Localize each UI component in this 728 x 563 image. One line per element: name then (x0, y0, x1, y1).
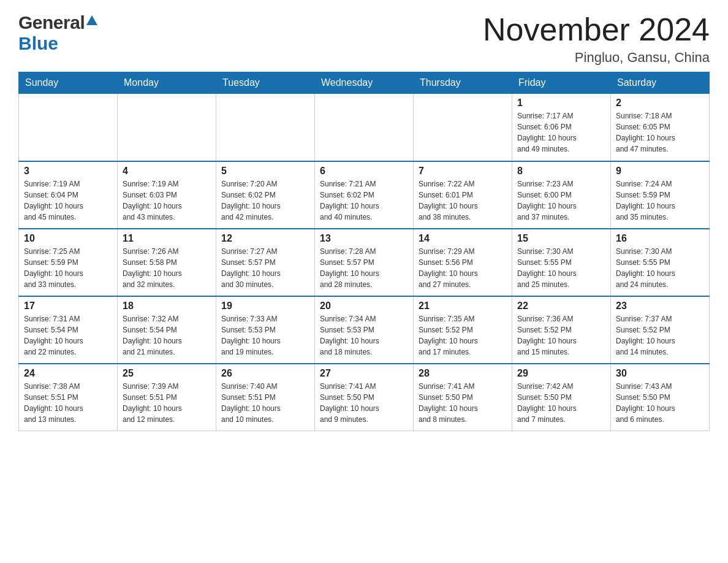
day-number: 26 (221, 368, 309, 379)
day-number: 22 (517, 301, 605, 312)
calendar-cell: 25Sunrise: 7:39 AMSunset: 5:51 PMDayligh… (118, 364, 216, 431)
calendar-cell: 30Sunrise: 7:43 AMSunset: 5:50 PMDayligh… (611, 364, 710, 431)
calendar-cell: 27Sunrise: 7:41 AMSunset: 5:50 PMDayligh… (315, 364, 414, 431)
day-info: Sunrise: 7:32 AMSunset: 5:54 PMDaylight:… (123, 313, 211, 358)
day-number: 14 (419, 233, 507, 244)
calendar-cell: 23Sunrise: 7:37 AMSunset: 5:52 PMDayligh… (611, 296, 710, 364)
day-info: Sunrise: 7:33 AMSunset: 5:53 PMDaylight:… (221, 313, 309, 358)
day-info: Sunrise: 7:20 AMSunset: 6:02 PMDaylight:… (221, 178, 309, 223)
logo-general-text: General (18, 12, 85, 33)
day-number: 3 (24, 166, 112, 177)
logo-blue-text: Blue (18, 33, 58, 53)
day-info: Sunrise: 7:41 AMSunset: 5:50 PMDaylight:… (320, 381, 408, 425)
calendar-cell: 13Sunrise: 7:28 AMSunset: 5:57 PMDayligh… (315, 229, 414, 296)
calendar-week-row: 1Sunrise: 7:17 AMSunset: 6:06 PMDaylight… (19, 94, 710, 161)
day-number: 11 (123, 233, 211, 244)
day-number: 9 (616, 166, 704, 177)
calendar-cell (414, 94, 512, 161)
weekday-header-wednesday: Wednesday (315, 72, 414, 94)
day-info: Sunrise: 7:36 AMSunset: 5:52 PMDaylight:… (517, 313, 605, 358)
calendar-cell: 16Sunrise: 7:30 AMSunset: 5:55 PMDayligh… (611, 229, 710, 296)
weekday-header-tuesday: Tuesday (216, 72, 315, 94)
day-number: 18 (123, 301, 211, 312)
day-number: 30 (616, 368, 704, 379)
calendar-week-row: 24Sunrise: 7:38 AMSunset: 5:51 PMDayligh… (19, 364, 710, 431)
calendar-cell (19, 94, 118, 161)
calendar-cell: 24Sunrise: 7:38 AMSunset: 5:51 PMDayligh… (19, 364, 118, 431)
logo: General Blue (18, 12, 97, 54)
day-info: Sunrise: 7:38 AMSunset: 5:51 PMDaylight:… (24, 381, 112, 425)
calendar-cell: 9Sunrise: 7:24 AMSunset: 5:59 PMDaylight… (611, 161, 710, 229)
logo-triangle-icon (86, 15, 97, 25)
calendar-cell: 20Sunrise: 7:34 AMSunset: 5:53 PMDayligh… (315, 296, 414, 364)
day-number: 2 (616, 98, 704, 109)
day-info: Sunrise: 7:19 AMSunset: 6:03 PMDaylight:… (123, 178, 211, 223)
calendar-cell: 4Sunrise: 7:19 AMSunset: 6:03 PMDaylight… (118, 161, 216, 229)
day-info: Sunrise: 7:21 AMSunset: 6:02 PMDaylight:… (320, 178, 408, 223)
day-number: 15 (517, 233, 605, 244)
calendar-cell: 12Sunrise: 7:27 AMSunset: 5:57 PMDayligh… (216, 229, 315, 296)
day-number: 28 (419, 368, 507, 379)
calendar-cell (315, 94, 414, 161)
day-number: 25 (123, 368, 211, 379)
day-info: Sunrise: 7:35 AMSunset: 5:52 PMDaylight:… (419, 313, 507, 358)
calendar-cell: 15Sunrise: 7:30 AMSunset: 5:55 PMDayligh… (512, 229, 611, 296)
calendar-cell: 17Sunrise: 7:31 AMSunset: 5:54 PMDayligh… (19, 296, 118, 364)
day-number: 20 (320, 301, 408, 312)
day-info: Sunrise: 7:39 AMSunset: 5:51 PMDaylight:… (123, 381, 211, 425)
day-info: Sunrise: 7:42 AMSunset: 5:50 PMDaylight:… (517, 381, 605, 425)
calendar-table: SundayMondayTuesdayWednesdayThursdayFrid… (18, 72, 710, 431)
calendar-cell: 28Sunrise: 7:41 AMSunset: 5:50 PMDayligh… (414, 364, 512, 431)
title-area: November 2024 Pingluo, Gansu, China (483, 12, 710, 66)
weekday-header-sunday: Sunday (19, 72, 118, 94)
day-info: Sunrise: 7:43 AMSunset: 5:50 PMDaylight:… (616, 381, 704, 425)
day-info: Sunrise: 7:25 AMSunset: 5:59 PMDaylight:… (24, 246, 112, 290)
weekday-header-saturday: Saturday (611, 72, 710, 94)
weekday-header-monday: Monday (118, 72, 216, 94)
day-number: 23 (616, 301, 704, 312)
calendar-cell: 19Sunrise: 7:33 AMSunset: 5:53 PMDayligh… (216, 296, 315, 364)
calendar-cell: 14Sunrise: 7:29 AMSunset: 5:56 PMDayligh… (414, 229, 512, 296)
day-info: Sunrise: 7:28 AMSunset: 5:57 PMDaylight:… (320, 246, 408, 290)
day-number: 27 (320, 368, 408, 379)
day-number: 16 (616, 233, 704, 244)
day-info: Sunrise: 7:23 AMSunset: 6:00 PMDaylight:… (517, 178, 605, 223)
day-info: Sunrise: 7:41 AMSunset: 5:50 PMDaylight:… (419, 381, 507, 425)
day-info: Sunrise: 7:19 AMSunset: 6:04 PMDaylight:… (24, 178, 112, 223)
page-header: General Blue November 2024 Pingluo, Gans… (18, 12, 710, 66)
calendar-cell: 8Sunrise: 7:23 AMSunset: 6:00 PMDaylight… (512, 161, 611, 229)
day-number: 29 (517, 368, 605, 379)
calendar-cell: 21Sunrise: 7:35 AMSunset: 5:52 PMDayligh… (414, 296, 512, 364)
day-info: Sunrise: 7:34 AMSunset: 5:53 PMDaylight:… (320, 313, 408, 358)
calendar-cell (118, 94, 216, 161)
weekday-header-row: SundayMondayTuesdayWednesdayThursdayFrid… (19, 72, 710, 94)
day-info: Sunrise: 7:27 AMSunset: 5:57 PMDaylight:… (221, 246, 309, 290)
day-info: Sunrise: 7:31 AMSunset: 5:54 PMDaylight:… (24, 313, 112, 358)
day-number: 10 (24, 233, 112, 244)
calendar-cell: 7Sunrise: 7:22 AMSunset: 6:01 PMDaylight… (414, 161, 512, 229)
day-number: 17 (24, 301, 112, 312)
day-info: Sunrise: 7:30 AMSunset: 5:55 PMDaylight:… (517, 246, 605, 290)
calendar-cell: 11Sunrise: 7:26 AMSunset: 5:58 PMDayligh… (118, 229, 216, 296)
calendar-cell (216, 94, 315, 161)
day-number: 13 (320, 233, 408, 244)
day-number: 12 (221, 233, 309, 244)
day-number: 8 (517, 166, 605, 177)
calendar-week-row: 10Sunrise: 7:25 AMSunset: 5:59 PMDayligh… (19, 229, 710, 296)
day-info: Sunrise: 7:24 AMSunset: 5:59 PMDaylight:… (616, 178, 704, 223)
day-number: 6 (320, 166, 408, 177)
calendar-week-row: 17Sunrise: 7:31 AMSunset: 5:54 PMDayligh… (19, 296, 710, 364)
calendar-cell: 1Sunrise: 7:17 AMSunset: 6:06 PMDaylight… (512, 94, 611, 161)
month-title: November 2024 (483, 12, 710, 47)
weekday-header-thursday: Thursday (414, 72, 512, 94)
day-number: 1 (517, 98, 605, 109)
day-info: Sunrise: 7:17 AMSunset: 6:06 PMDaylight:… (517, 110, 605, 155)
day-number: 5 (221, 166, 309, 177)
calendar-cell: 10Sunrise: 7:25 AMSunset: 5:59 PMDayligh… (19, 229, 118, 296)
day-info: Sunrise: 7:37 AMSunset: 5:52 PMDaylight:… (616, 313, 704, 358)
day-info: Sunrise: 7:30 AMSunset: 5:55 PMDaylight:… (616, 246, 704, 290)
day-info: Sunrise: 7:26 AMSunset: 5:58 PMDaylight:… (123, 246, 211, 290)
weekday-header-friday: Friday (512, 72, 611, 94)
day-number: 4 (123, 166, 211, 177)
calendar-cell: 18Sunrise: 7:32 AMSunset: 5:54 PMDayligh… (118, 296, 216, 364)
